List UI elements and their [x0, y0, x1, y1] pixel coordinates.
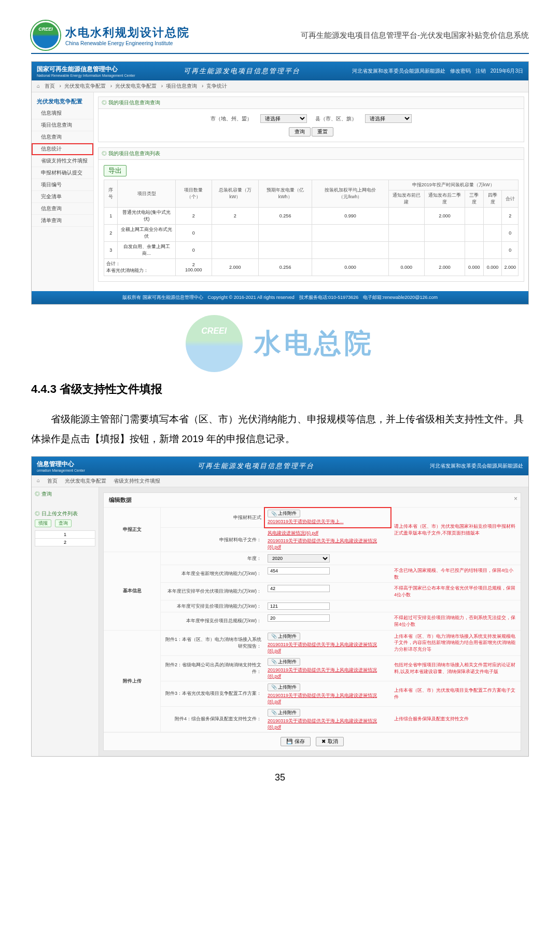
th-energy: 预期年发电量（亿kWh）: [258, 180, 312, 208]
th-g5: 合计: [502, 190, 519, 208]
query-panel-title: 我的项目信息查询查询: [98, 97, 524, 108]
crumb-4[interactable]: 竞争统计: [206, 83, 227, 89]
cap1-input[interactable]: [268, 567, 330, 574]
file-doc-1[interactable]: 风电建设进展情况(6).pdf: [268, 530, 318, 537]
field-doc-files: 风电建设进展情况(6).pdf 20190319关于请协助提供关于海上风电建设进…: [264, 528, 391, 552]
th-idx: 序号: [104, 180, 118, 208]
side-list: 1 2: [35, 530, 95, 546]
sidebar-item-0[interactable]: 信息填报: [32, 107, 93, 119]
file-att2[interactable]: 20190319关于请协助提供关于海上风电建设进展情况(8).pdf: [268, 667, 388, 679]
sidebar-item-8[interactable]: 信息查询: [32, 203, 93, 215]
section-paragraph: 省级能源主管部门需要填写本省（区、市）光伏消纳能力、申报规模等信息，并上传省级相…: [31, 409, 529, 449]
upload-att1[interactable]: 上传附件: [268, 633, 300, 640]
lbl-att1: 附件1：本省（区、市）电力消纳市场接入系统研究报告：: [161, 631, 264, 656]
rowlab-text: 申报正文: [104, 508, 161, 552]
filter-row: 市（地、州、盟） 请选择 县（市、区、旗） 请选择: [104, 114, 519, 123]
cap3-input[interactable]: [268, 602, 330, 610]
table-row: 2全额上网工商业分布式光伏00: [104, 225, 519, 242]
breadcrumb: ⌂ 首页 ›光伏发电竞争配置 ›光伏发电竞争配置 ›项目信息查询 ›竞争统计: [32, 80, 528, 92]
list-panel-title: 我的项目信息查询列表: [98, 147, 524, 159]
th-g2: 通知发布后二季度: [425, 190, 465, 208]
sidebar-item-7[interactable]: 完全清单: [32, 191, 93, 203]
sidebar-item-9[interactable]: 清单查询: [32, 215, 93, 227]
logout-link[interactable]: 注销: [475, 68, 486, 74]
add-button[interactable]: 填报: [35, 519, 51, 527]
close-icon[interactable]: ×: [514, 495, 517, 502]
crumb2-home[interactable]: 首页: [47, 477, 58, 485]
doc-title: 可再生能源发电项目信息管理平台-光伏发电国家补贴竞价信息系统: [301, 31, 529, 40]
sidebar-item-2[interactable]: 信息查询: [32, 131, 93, 143]
current-date: 2019年6月3日: [491, 68, 523, 74]
app2-brand: 信息管理中心 ormation Management Center: [37, 460, 85, 472]
side-row-1[interactable]: 1: [35, 531, 95, 539]
change-pwd-link[interactable]: 修改密码: [450, 68, 471, 74]
side-query-button[interactable]: 查询: [55, 519, 72, 527]
upload-att4[interactable]: 上传附件: [268, 709, 300, 717]
file-material[interactable]: 20190319关于请协助提供关于海上...: [268, 518, 344, 525]
app-brand: 国家可再生能源信息管理中心 National Renewable Energy …: [37, 65, 135, 77]
file-att4[interactable]: 20190319关于请协助提供关于海上风电建设进展情况(8).pdf: [268, 718, 388, 730]
app-header: 国家可再生能源信息管理中心 National Renewable Energy …: [32, 62, 528, 80]
doc-header-left: 水电水利规划设计总院 China Renewable Energy Engine…: [31, 21, 190, 50]
th-g3: 三季度: [465, 190, 483, 208]
city-select[interactable]: 请选择: [260, 114, 307, 123]
hint-cap2: 不得高于国家已公布本年度全省光伏平价项目总规模，保留4位小数: [391, 583, 521, 600]
th-price: 按装机加权平均上网电价（元/kwh）: [312, 180, 388, 208]
save-button[interactable]: 💾保存: [281, 737, 311, 746]
sidebar-item-stats[interactable]: 信息统计: [32, 143, 93, 155]
upload-att3[interactable]: 上传附件: [268, 683, 300, 691]
sidebar-group[interactable]: 光伏发电竞争配置: [32, 95, 93, 107]
year-select[interactable]: 2020: [268, 554, 330, 563]
table-row: 3自发自用、余量上网工商...00: [104, 242, 519, 259]
cap2-input[interactable]: [268, 585, 330, 592]
app2-platform-title: 可再生能源发电项目信息管理平台: [198, 461, 314, 471]
file-doc-2[interactable]: 20190319关于请协助提供关于海上风电建设进展情况(8).pdf: [268, 538, 388, 550]
watermark-logo: [186, 315, 243, 372]
crumb2-2[interactable]: 省级支持性文件填报: [114, 477, 160, 485]
rowlab-basic: 基本信息: [104, 552, 161, 631]
crumb-home[interactable]: 首页: [45, 83, 55, 89]
upload-att2[interactable]: 上传附件: [268, 658, 300, 666]
sidebar-item-6[interactable]: 项目编号: [32, 179, 93, 191]
crumb-3[interactable]: 项目信息查询: [166, 83, 197, 89]
doc-header: 水电水利规划设计总院 China Renewable Energy Engine…: [31, 21, 529, 54]
th-cap: 总装机容量（万kW）: [212, 180, 258, 208]
lbl-cap3: 本年度可安排竞价项目消纳能力(万kW)：: [161, 600, 264, 612]
app2-header-right: 河北省发展和改革委员会能源局新能源处: [427, 462, 523, 470]
query-button[interactable]: 查询: [289, 127, 311, 136]
home-icon[interactable]: ⌂: [37, 477, 40, 485]
hint-att2: 包括对全省申报项目消纳市场接入相关文件需对应的论证材料,以及对本省建设容量、消纳…: [391, 656, 521, 681]
crumb2-1[interactable]: 光伏发电竞争配置: [65, 477, 106, 485]
cancel-icon: ✖: [321, 738, 326, 744]
file-att3[interactable]: 20190319关于请协助提供关于海上风电建设进展情况(8).pdf: [268, 692, 388, 704]
hint-att3: 上传本省（区、市）光伏发电项目竞争配置工作方案电子文件: [391, 681, 521, 707]
sidebar-item-5[interactable]: 申报材料确认提交: [32, 167, 93, 179]
upload-button-material[interactable]: 上传附件: [268, 510, 300, 517]
side-row-2[interactable]: 2: [35, 539, 95, 546]
sidebar-item-4[interactable]: 省级支持性文件填报: [32, 155, 93, 167]
sidebar: 光伏发电竞争配置 信息填报 项目信息查询 信息查询 信息统计 省级支持性文件填报…: [32, 92, 94, 291]
hint-att4: 上传综合服务保障及配套支持性文件: [391, 707, 521, 732]
home-icon[interactable]: ⌂: [37, 83, 40, 89]
breadcrumb2: ⌂ 首页 光伏发电竞争配置 省级支持性文件填报: [32, 475, 528, 487]
cancel-button[interactable]: ✖取消: [316, 737, 344, 746]
th-type: 项目类型: [118, 180, 175, 208]
file-att1[interactable]: 20190319关于请协助提供关于海上风电建设进展情况(8).pdf: [268, 641, 388, 653]
hint-att1: 上传本省（区、市）电力消纳市场接入系统支持发展规模电子文件，内容应包括新增消纳能…: [391, 631, 521, 656]
app-header-right: 河北省发展和改革委员会能源局新能源处 修改密码 注销 2019年6月3日: [349, 67, 523, 75]
sidebar-item-1[interactable]: 项目信息查询: [32, 119, 93, 131]
export-button[interactable]: 导出: [104, 165, 127, 176]
reset-button[interactable]: 重置: [312, 127, 333, 136]
watermark-text: 水电总院: [254, 325, 374, 362]
crumb-2[interactable]: 光伏发电竞争配置: [115, 83, 157, 89]
hint-cap4: 不得超过可安排竞价项目消纳能力，否则系统无法提交，保留4位小数: [391, 612, 521, 630]
th-count: 项目数量（个）: [175, 180, 212, 208]
county-select[interactable]: 请选择: [365, 114, 412, 123]
county-label: 县（市、区、旗）: [315, 115, 357, 122]
crumb-1[interactable]: 光伏发电竞争配置: [64, 83, 106, 89]
stats-table: 序号 项目类型 项目数量（个） 总装机容量（万kW） 预期年发电量（亿kWh） …: [104, 180, 519, 276]
side-panel-title: 查询: [35, 490, 95, 498]
field-material-upload: 上传附件 20190319关于请协助提供关于海上...: [264, 508, 391, 528]
cap4-input[interactable]: [268, 614, 330, 622]
section-heading: 4.4.3 省级支持性文件填报: [31, 381, 529, 397]
